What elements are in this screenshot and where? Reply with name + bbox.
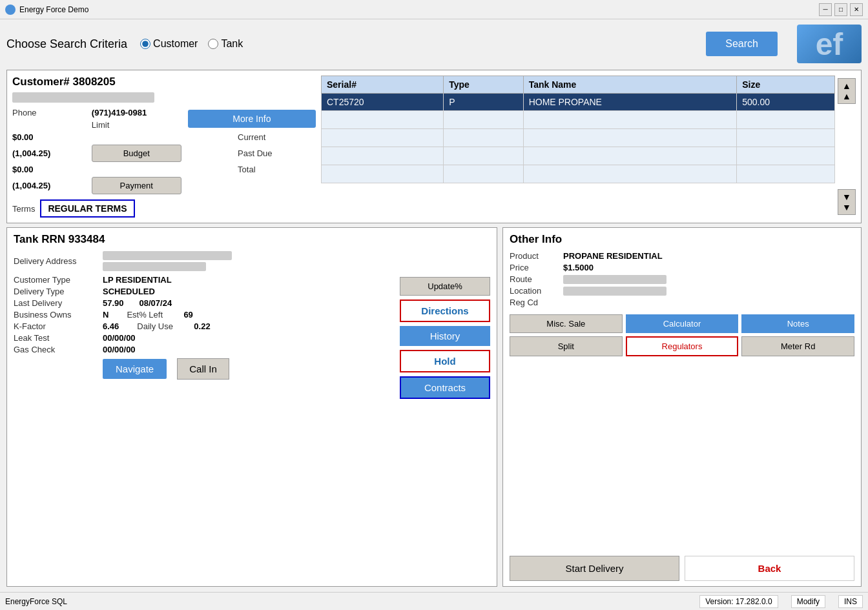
terms-label: Terms (12, 204, 35, 214)
customer-name-blur (12, 92, 154, 103)
calculator-button[interactable]: Calculator (626, 314, 739, 333)
delivery-address-row: Delivery Address (14, 251, 393, 271)
table-row[interactable] (322, 111, 835, 129)
more-info-button[interactable]: More Info (188, 110, 316, 128)
misc-sale-button[interactable]: Misc. Sale (510, 314, 623, 333)
tank-rrn-panel: Tank RRN 933484 Delivery Address Custome… (6, 227, 497, 587)
table-row[interactable]: CT25720PHOME PROPANE500.00 (322, 94, 835, 111)
navigate-row: Navigate Call In (14, 358, 393, 380)
hold-button[interactable]: Hold (400, 350, 490, 372)
col-type: Type (444, 76, 523, 94)
route-label: Route (510, 274, 561, 284)
top-section: Customer# 3808205 Phone (971)419-0981 Mo… (6, 70, 862, 223)
tank-table-wrapper: Serial# Type Tank Name Size CT25720PHOME… (321, 76, 856, 218)
customer-header: Customer# 3808205 (12, 76, 316, 88)
est-pct-value: 69 (183, 310, 192, 320)
route-blur (563, 275, 666, 284)
table-row[interactable] (322, 165, 835, 183)
notes-button[interactable]: Notes (741, 314, 854, 333)
regcd-row: Reg Cd (510, 298, 854, 307)
budget-button[interactable]: Budget (92, 145, 181, 162)
phone-value: (971)419-0981 (92, 108, 181, 117)
gas-check-row: Gas Check 00/00/00 (14, 345, 393, 354)
contracts-button[interactable]: Contracts (400, 376, 490, 399)
customer-radio-label: Customer (153, 38, 198, 50)
status-mode: Modify (791, 595, 825, 608)
search-row: Choose Search Criteria Customer Tank Sea… (6, 25, 862, 63)
bottom-action-bar: Start Delivery Back (510, 543, 854, 581)
col-name: Tank Name (523, 76, 737, 94)
tank-radio-label: Tank (221, 38, 243, 50)
product-label: Product (510, 251, 561, 261)
total-label: Total (238, 165, 316, 174)
other-info-buttons: Misc. Sale Calculator Notes Split Regula… (510, 314, 854, 356)
last-delivery-row: Last Delivery 57.90 08/07/24 (14, 298, 393, 308)
directions-button[interactable]: Directions (400, 300, 490, 322)
kfactor-value: 6.46 (103, 321, 119, 331)
customer-panel: Customer# 3808205 Phone (971)419-0981 Mo… (12, 76, 316, 218)
scroll-down-button[interactable]: ▼▼ (838, 189, 856, 215)
leak-test-value: 00/00/00 (103, 333, 136, 343)
update-button[interactable]: Update% (400, 277, 490, 296)
back-button[interactable]: Back (685, 556, 854, 581)
delivery-addr-blur-2 (103, 262, 206, 271)
navigate-button[interactable]: Navigate (103, 359, 167, 379)
total-value: (1,004.25) (12, 181, 85, 190)
customer-type-label: Customer Type (14, 275, 98, 285)
table-row[interactable] (322, 147, 835, 165)
callin-button[interactable]: Call In (177, 358, 229, 380)
leak-test-row: Leak Test 00/00/00 (14, 333, 393, 343)
terms-row: Terms REGULAR TERMS (12, 199, 316, 218)
maximize-button[interactable]: □ (834, 3, 847, 16)
last-delivery-label: Last Delivery (14, 298, 98, 308)
customer-type-row: Customer Type LP RESIDENTIAL (14, 275, 393, 285)
split-button[interactable]: Split (510, 336, 623, 356)
limit-label: Limit (92, 120, 181, 130)
close-button[interactable]: ✕ (850, 3, 863, 16)
current-value: (1,004.25) (12, 148, 85, 158)
tank-buttons-col: Update% Directions History Hold Contract… (400, 251, 490, 399)
history-button[interactable]: History (400, 326, 490, 346)
product-row: Product PROPANE RESIDENTIAL (510, 251, 854, 261)
tank-radio-option[interactable]: Tank (208, 38, 243, 50)
price-label: Price (510, 263, 561, 272)
col-serial: Serial# (322, 76, 444, 94)
daily-use-value: 0.22 (194, 321, 210, 331)
payment-button[interactable]: Payment (92, 177, 181, 194)
scroll-up-button[interactable]: ▲▲ (838, 78, 856, 104)
gas-check-label: Gas Check (14, 345, 98, 354)
tank-radio[interactable] (208, 39, 218, 49)
status-app-label: EnergyForce SQL (5, 597, 67, 606)
start-delivery-button[interactable]: Start Delivery (510, 556, 679, 581)
meter-rd-button[interactable]: Meter Rd (741, 336, 854, 356)
customer-radio[interactable] (140, 39, 150, 49)
other-info-panel: Other Info Product PROPANE RESIDENTIAL P… (502, 227, 862, 587)
table-row[interactable] (322, 129, 835, 147)
daily-use-label: Daily Use (137, 321, 189, 331)
bottom-section: Tank RRN 933484 Delivery Address Custome… (6, 227, 862, 587)
last-delivery-amount: 57.90 (103, 298, 124, 308)
customer-radio-option[interactable]: Customer (140, 38, 198, 50)
search-criteria-label: Choose Search Criteria (6, 37, 127, 51)
search-button[interactable]: Search (706, 32, 778, 56)
phone-label: Phone (12, 108, 85, 117)
tank-rrn-header: Tank RRN 933484 (14, 233, 490, 246)
location-blur (563, 287, 666, 296)
last-delivery-date: 08/07/24 (140, 298, 172, 308)
regcd-label: Reg Cd (510, 298, 561, 307)
minimize-button[interactable]: ─ (819, 3, 832, 16)
location-row: Location (510, 286, 854, 296)
limit-value: $0.00 (12, 132, 85, 142)
tank-table: Serial# Type Tank Name Size CT25720PHOME… (321, 76, 835, 183)
delivery-type-row: Delivery Type SCHEDULED (14, 287, 393, 296)
regulators-button[interactable]: Regulators (626, 336, 739, 356)
past-due-label: Past Due (238, 148, 316, 158)
delivery-addr-blur-1 (103, 251, 232, 260)
location-label: Location (510, 286, 561, 296)
est-pct-label: Est% Left (127, 310, 178, 320)
gas-check-value: 00/00/00 (103, 345, 136, 354)
price-value: $1.5000 (563, 263, 854, 272)
title-bar: Energy Force Demo ─ □ ✕ (0, 0, 868, 19)
business-owns-label: Business Owns (14, 310, 98, 320)
customer-type-value: LP RESIDENTIAL (103, 275, 172, 285)
